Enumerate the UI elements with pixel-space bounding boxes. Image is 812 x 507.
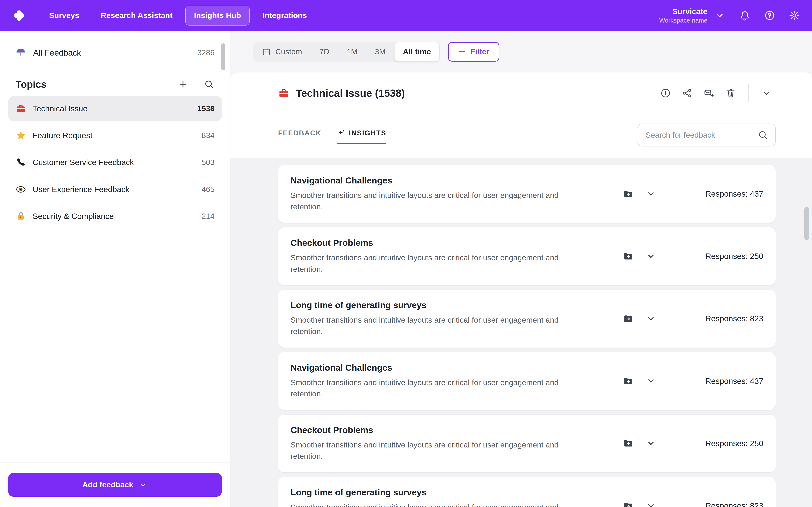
responses-count: Responses: 437 <box>686 189 763 199</box>
expand-insight-chevron-icon[interactable] <box>642 497 660 507</box>
responses-count: Responses: 437 <box>686 377 763 386</box>
main-scrollbar[interactable] <box>804 207 810 240</box>
insight-description: Smoother transitions and intuitive layou… <box>291 252 583 275</box>
settings-gear-icon[interactable] <box>788 9 801 22</box>
tab-insights[interactable]: INSIGHTS <box>337 129 387 145</box>
divider <box>672 491 672 507</box>
workspace-subtitle: Workspace name <box>659 16 708 24</box>
topic-count: 834 <box>202 131 214 140</box>
date-range-segmented-control: Custom 7D 1M 3M All time <box>253 42 440 62</box>
divider <box>672 366 672 396</box>
nav-item[interactable]: Surveys <box>40 6 88 25</box>
insight-card: Checkout Problems Smoother transitions a… <box>278 227 776 285</box>
notifications-bell-icon[interactable] <box>739 9 751 22</box>
expand-insight-chevron-icon[interactable] <box>642 372 660 390</box>
toolbox-icon <box>15 104 26 114</box>
expand-insight-chevron-icon[interactable] <box>642 309 660 328</box>
insights-list: Navigational Challenges Smoother transit… <box>231 158 812 507</box>
date-range-segment[interactable]: 7D <box>311 42 338 62</box>
topic-label: Security & Compliance <box>33 212 114 221</box>
sidebar: All Feedback 3286 Topics Technical Issue… <box>0 31 231 507</box>
info-icon[interactable] <box>656 84 675 102</box>
topic-label: Technical Issue <box>33 104 88 113</box>
move-to-folder-icon[interactable] <box>619 309 638 328</box>
eye-icon <box>15 184 26 194</box>
topic-label: Customer Service Feedback <box>33 158 134 167</box>
page-title: Technical Issue (1538) <box>296 87 405 99</box>
move-to-folder-icon[interactable] <box>619 497 638 507</box>
sidebar-item-all-feedback[interactable]: All Feedback 3286 <box>8 41 222 64</box>
sidebar-topic-row[interactable]: Customer Service Feedback 503 <box>8 150 222 175</box>
expand-insight-chevron-icon[interactable] <box>642 247 660 266</box>
date-range-toolbar: Custom 7D 1M 3M All time <box>231 31 812 72</box>
move-to-folder-icon[interactable] <box>619 434 638 453</box>
topic-count: 503 <box>202 158 214 167</box>
topics-header: Topics <box>8 79 222 90</box>
search-icon <box>758 130 768 140</box>
lock-icon <box>15 211 26 221</box>
feedback-search <box>637 123 776 146</box>
divider <box>672 429 672 459</box>
insight-title: Long time of generating surveys <box>291 300 609 310</box>
nav-item[interactable]: Research Assistant <box>92 6 181 25</box>
move-to-folder-icon[interactable] <box>619 184 638 203</box>
survicate-logo[interactable] <box>11 8 27 23</box>
nav-item[interactable]: Integrations <box>254 6 316 25</box>
navbar-right: Survicate Workspace name <box>659 7 801 24</box>
topic-label: Feature Request <box>33 131 93 140</box>
topic-count: 214 <box>202 212 214 221</box>
insight-description: Smoother transitions and intuitive layou… <box>291 314 583 337</box>
expand-insight-chevron-icon[interactable] <box>642 434 660 453</box>
sidebar-scrollbar[interactable] <box>221 43 225 70</box>
responses-count: Responses: 823 <box>686 501 763 507</box>
responses-count: Responses: 250 <box>686 251 763 261</box>
add-feedback-button[interactable]: Add feedback <box>8 473 222 497</box>
sidebar-footer: Add feedback <box>0 462 230 507</box>
filter-button[interactable]: Filter <box>448 42 499 62</box>
topics-title: Topics <box>15 79 47 90</box>
tabs-row: FEEDBACK INSIGHTS <box>231 111 812 150</box>
sidebar-topic-row[interactable]: Feature Request 834 <box>8 123 222 148</box>
help-icon[interactable] <box>763 9 776 22</box>
search-topics-icon[interactable] <box>203 79 215 90</box>
date-range-segment[interactable]: 3M <box>366 42 394 62</box>
collapse-panel-chevron-icon[interactable] <box>757 84 776 102</box>
date-range-segment[interactable]: Custom <box>253 42 311 62</box>
sidebar-topic-row[interactable]: User Experience Feedback 465 <box>8 177 222 202</box>
date-range-segment[interactable]: All time <box>394 42 440 62</box>
insight-description: Smoother transitions and intuitive layou… <box>291 190 583 212</box>
feedback-search-input[interactable] <box>645 130 758 140</box>
sidebar-topic-row[interactable]: Security & Compliance 214 <box>8 204 222 229</box>
delete-topic-trash-icon[interactable] <box>721 84 740 102</box>
insight-card: Long time of generating surveys Smoother… <box>278 477 776 507</box>
app-window: SurveysResearch AssistantInsights HubInt… <box>0 0 812 507</box>
insight-card: Checkout Problems Smoother transitions a… <box>278 414 776 472</box>
plus-icon <box>458 48 466 56</box>
insight-card: Navigational Challenges Smoother transit… <box>278 165 776 223</box>
insight-card: Navigational Challenges Smoother transit… <box>278 352 776 410</box>
date-range-segment[interactable]: 1M <box>338 42 366 62</box>
expand-insight-chevron-icon[interactable] <box>642 184 660 203</box>
topic-count: 1538 <box>197 104 214 113</box>
sidebar-topic-row[interactable]: Technical Issue 1538 <box>8 96 222 121</box>
send-feedback-mail-icon[interactable] <box>700 84 718 102</box>
move-to-folder-icon[interactable] <box>619 372 638 390</box>
topic-panel: Technical Issue (1538) FEEDBACK <box>231 72 812 507</box>
tab-feedback[interactable]: FEEDBACK <box>278 129 321 145</box>
topic-count: 465 <box>202 185 214 194</box>
workspace-switcher[interactable]: Survicate Workspace name <box>659 7 726 24</box>
nav-item[interactable]: Insights Hub <box>185 6 250 25</box>
chevron-down-icon <box>138 480 148 490</box>
divider <box>748 84 749 102</box>
move-to-folder-icon[interactable] <box>619 247 638 266</box>
add-topic-plus-icon[interactable] <box>177 79 189 90</box>
insight-description: Smoother transitions and intuitive layou… <box>291 439 583 462</box>
star-icon <box>15 130 26 140</box>
workspace-name: Survicate <box>659 7 708 16</box>
all-feedback-label: All Feedback <box>33 48 81 57</box>
sparkle-icon <box>337 129 345 137</box>
insight-description: Smoother transitions and intuitive layou… <box>291 502 583 507</box>
insight-card: Long time of generating surveys Smoother… <box>278 290 776 347</box>
share-icon[interactable] <box>678 84 697 102</box>
responses-count: Responses: 823 <box>686 314 763 323</box>
